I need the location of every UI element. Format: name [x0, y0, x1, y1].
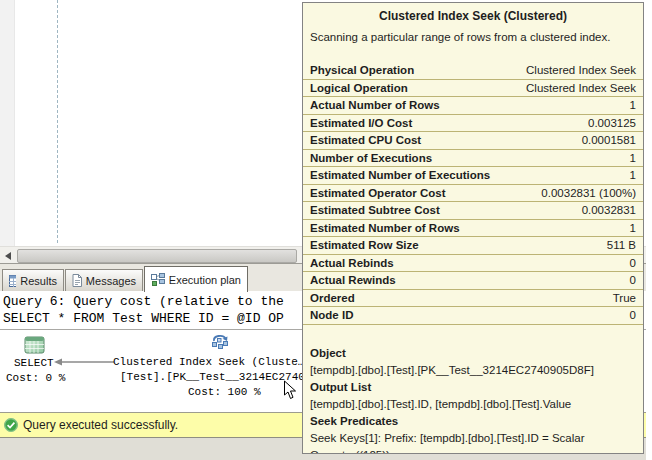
tooltip-row-label: Actual Rewinds — [310, 273, 396, 288]
tooltip-sections: Object[tempdb].[dbo].[Test].[PK__Test__3… — [303, 345, 643, 455]
tooltip-row-label: Estimated Number of Rows — [310, 221, 460, 236]
seek-node-title[interactable]: Clustered Index Seek (Cluste… — [113, 356, 304, 368]
tooltip-row: Actual Rebinds0 — [303, 255, 643, 273]
tooltip-row-value: 0 — [630, 308, 636, 323]
query-cost-header: Query 6: Query cost (relative to the — [3, 294, 284, 309]
tab-messages-label: Messages — [86, 275, 136, 287]
execution-plan-icon — [151, 273, 165, 286]
tooltip-row: Actual Rewinds0 — [303, 272, 643, 290]
tooltip-row-value: Clustered Index Seek — [526, 81, 636, 96]
tooltip-row-label: Estimated CPU Cost — [310, 133, 421, 148]
tooltip-row: Physical OperationClustered Index Seek — [303, 62, 643, 80]
query-statement-text: SELECT * FROM Test WHERE ID = @ID OP — [3, 311, 284, 326]
tooltip-row-value: Clustered Index Seek — [526, 63, 636, 78]
editor-selection-margin — [0, 0, 15, 246]
tooltip-row-value: True — [613, 291, 636, 306]
tooltip-row-label: Actual Rebinds — [310, 256, 394, 271]
tooltip-row-value: 511 B — [607, 238, 636, 253]
results-grid-icon — [9, 275, 16, 287]
tooltip-row-label: Physical Operation — [310, 63, 414, 78]
tooltip-title: Clustered Index Seek (Clustered) — [303, 9, 643, 23]
tooltip-row-label: Estimated Subtree Cost — [310, 203, 440, 218]
ssms-window: Results Messages Execution plan — [0, 0, 652, 460]
tooltip-section-value: Seek Keys[1]: Prefix: [tempdb].[dbo].[Te… — [310, 430, 636, 455]
tooltip-row-value: 0.0001581 — [582, 133, 636, 148]
tooltip-section-title: Seek Predicates — [310, 413, 636, 430]
tab-execution-plan-label: Execution plan — [169, 274, 241, 286]
window-right-edge — [646, 0, 652, 460]
tooltip-row-value: 0.0032831 (100%) — [541, 186, 636, 201]
tooltip-row-label: Number of Executions — [310, 151, 432, 166]
tooltip-row-value: 1 — [630, 221, 636, 236]
tooltip-section-value: [tempdb].[dbo].[Test].ID, [tempdb].[dbo]… — [310, 396, 636, 413]
tooltip-section-title: Object — [310, 345, 636, 362]
tooltip-row-label: Logical Operation — [310, 81, 408, 96]
tooltip-row: Estimated CPU Cost0.0001581 — [303, 132, 643, 150]
scrollbar-thumb[interactable] — [17, 249, 297, 263]
tooltip-row: Estimated Number of Executions1 — [303, 167, 643, 185]
tooltip-row-value: 0.0032831 — [582, 203, 636, 218]
mouse-cursor-icon — [283, 380, 297, 400]
select-node-icon[interactable] — [24, 336, 45, 354]
operator-tooltip: Clustered Index Seek (Clustered) Scannin… — [302, 2, 644, 454]
tooltip-row: Actual Number of Rows1 — [303, 97, 643, 115]
tooltip-row-value: 0 — [630, 256, 636, 271]
tooltip-row-label: Estimated Row Size — [310, 238, 419, 253]
tooltip-row: Number of Executions1 — [303, 150, 643, 168]
tab-results-label: Results — [20, 275, 57, 287]
tooltip-row: Estimated I/O Cost0.003125 — [303, 115, 643, 133]
tooltip-row: Logical OperationClustered Index Seek — [303, 80, 643, 98]
left-arrow-icon — [5, 252, 12, 260]
tooltip-row-value: 0.003125 — [588, 116, 636, 131]
tooltip-row-label: Actual Number of Rows — [310, 98, 440, 113]
tooltip-row-value: 0 — [630, 273, 636, 288]
tooltip-section-title: Output List — [310, 379, 636, 396]
tooltip-rows: Physical OperationClustered Index SeekLo… — [303, 62, 643, 325]
tooltip-row-value: 1 — [630, 98, 636, 113]
tooltip-row: Estimated Number of Rows1 — [303, 220, 643, 238]
plan-edge-arrow[interactable] — [54, 358, 114, 366]
tab-execution-plan[interactable]: Execution plan — [144, 266, 248, 292]
messages-icon — [72, 274, 82, 287]
tooltip-row-label: Ordered — [310, 291, 355, 306]
tooltip-row-label: Node ID — [310, 308, 353, 323]
status-message: Query executed successfully. — [23, 418, 178, 432]
tooltip-row: Estimated Operator Cost0.0032831 (100%) — [303, 185, 643, 203]
clustered-index-seek-icon[interactable] — [210, 332, 231, 350]
tooltip-row: Estimated Subtree Cost0.0032831 — [303, 202, 643, 220]
tooltip-row-value: 1 — [630, 168, 636, 183]
tooltip-row: OrderedTrue — [303, 290, 643, 308]
tab-messages[interactable]: Messages — [65, 269, 143, 292]
tooltip-row: Estimated Row Size511 B — [303, 237, 643, 255]
select-node-label[interactable]: SELECT — [14, 357, 54, 369]
indent-guide-line — [57, 0, 58, 243]
tooltip-row-label: Estimated Number of Executions — [310, 168, 490, 183]
tooltip-row-value: 1 — [630, 151, 636, 166]
seek-node-cost: Cost: 100 % — [188, 386, 261, 398]
tooltip-row-label: Estimated I/O Cost — [310, 116, 412, 131]
check-circle-icon — [4, 418, 18, 432]
select-node-cost: Cost: 0 % — [6, 372, 65, 384]
tooltip-row: Node ID0 — [303, 307, 643, 325]
tooltip-description: Scanning a particular range of rows from… — [310, 31, 636, 43]
scroll-left-button[interactable] — [0, 248, 16, 263]
tab-results[interactable]: Results — [2, 269, 64, 292]
tooltip-section-value: [tempdb].[dbo].[Test].[PK__Test__3214EC2… — [310, 362, 636, 379]
tooltip-row-label: Estimated Operator Cost — [310, 186, 445, 201]
